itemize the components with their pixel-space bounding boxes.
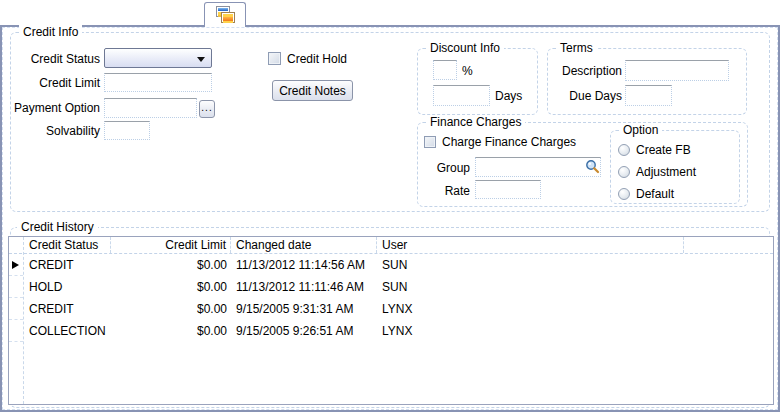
radio-adjustment[interactable] [618,166,630,178]
cell-credit-status: HOLD [24,276,111,298]
col-header-credit-status[interactable]: Credit Status [24,237,111,253]
credit-hold-label: Credit Hold [287,52,347,66]
current-row-arrow-icon [12,261,19,269]
credit-notes-button[interactable]: Credit Notes [272,80,353,101]
cell-changed-date: 9/15/2005 9:31:31 AM [231,298,377,320]
cell-credit-status: CREDIT [24,254,111,276]
discount-days-label: Days [495,89,522,103]
rate-label: Rate [420,184,470,198]
cell-changed-date: 9/15/2005 9:26:51 AM [231,320,377,342]
rate-field[interactable] [475,180,541,199]
credit-hold-checkbox[interactable] [268,52,281,65]
solvability-field[interactable] [104,121,150,140]
payment-option-label: Payment Option [6,101,100,115]
credit-status-label: Credit Status [10,52,100,66]
radio-default-label: Default [636,187,674,201]
group-title: Discount Info [426,41,504,55]
radio-adjustment-label: Adjustment [636,165,696,179]
cell-user: LYNX [377,320,684,342]
discount-percent-label: % [462,64,473,78]
row-selector-cell[interactable] [9,276,23,298]
col-header-credit-limit[interactable]: Credit Limit [111,237,231,253]
table-row[interactable]: COLLECTION $0.00 9/15/2005 9:26:51 AM LY… [9,320,773,342]
cell-credit-status: COLLECTION [24,320,111,342]
description-label: Description [552,64,622,78]
table-row[interactable]: HOLD $0.00 11/13/2012 11:11:46 AM SUN [9,276,773,298]
group-title: Option [619,123,662,137]
lookup-magnifier-icon[interactable] [585,159,600,174]
credit-status-combobox[interactable] [104,48,212,68]
payment-option-browse-button[interactable]: ... [199,100,215,118]
credit-history-grid: Credit Status Credit Limit Changed date … [8,236,774,405]
col-header-changed-date[interactable]: Changed date [231,237,377,253]
fc-group-label: Group [420,161,470,175]
charge-finance-charges-checkbox[interactable] [424,136,436,148]
cell-changed-date: 11/13/2012 11:14:56 AM [231,254,377,276]
group-title: Credit Info [19,25,82,39]
due-days-field[interactable] [625,85,672,106]
discount-percent-field[interactable] [433,60,457,80]
charge-finance-charges-label: Charge Finance Charges [442,135,576,149]
grid-header: Credit Status Credit Limit Changed date … [9,237,773,254]
cell-user: SUN [377,276,684,298]
cell-credit-limit: $0.00 [111,254,231,276]
cell-credit-status: CREDIT [24,298,111,320]
table-row[interactable]: CREDIT $0.00 11/13/2012 11:14:56 AM SUN [9,254,773,276]
radio-default[interactable] [618,188,630,200]
group-title: Credit History [17,220,98,234]
cell-changed-date: 11/13/2012 11:11:46 AM [231,276,377,298]
credit-info-window: Credit Info Credit Status Credit Limit P… [0,0,784,416]
tab-credit-info[interactable] [204,2,246,27]
row-selector-cell[interactable] [9,320,23,342]
row-selector-cell[interactable] [9,298,23,320]
discount-days-field[interactable] [433,85,490,106]
credit-limit-label: Credit Limit [10,76,100,90]
group-title: Terms [556,41,597,55]
table-row[interactable]: CREDIT $0.00 9/15/2005 9:31:31 AM LYNX [9,298,773,320]
form-panel: Credit Info Credit Status Credit Limit P… [0,25,780,412]
payment-option-field[interactable] [104,98,197,118]
col-header-user[interactable]: User [377,237,684,253]
cell-user: SUN [377,254,684,276]
cell-credit-limit: $0.00 [111,320,231,342]
radio-create-fb[interactable] [618,144,630,156]
due-days-label: Due Days [552,89,622,103]
row-selector-cell[interactable] [9,254,23,276]
cell-credit-limit: $0.00 [111,276,231,298]
cell-credit-limit: $0.00 [111,298,231,320]
credit-limit-field[interactable] [104,73,212,92]
group-title: Finance Charges [426,115,525,129]
layered-list-icon [216,6,236,24]
cell-user: LYNX [377,298,684,320]
solvability-label: Solvability [10,124,100,138]
chevron-down-icon [197,57,205,62]
description-field[interactable] [625,60,729,81]
fc-group-field[interactable] [475,157,601,177]
radio-create-fb-label: Create FB [636,143,691,157]
